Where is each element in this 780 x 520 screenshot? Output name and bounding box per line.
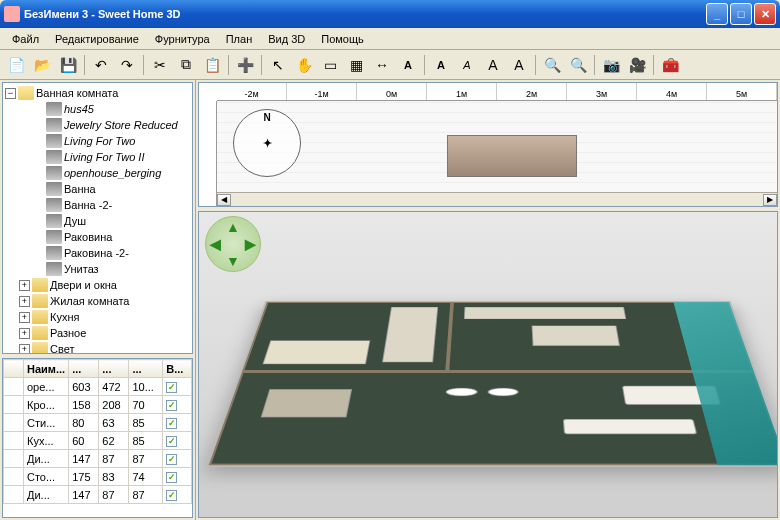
th-c3[interactable]: ... <box>129 360 163 378</box>
increase-size-icon[interactable]: A <box>481 53 505 77</box>
decrease-size-icon[interactable]: A <box>507 53 531 77</box>
bold-icon[interactable]: A <box>429 53 453 77</box>
3d-floor <box>206 301 778 467</box>
compass-icon[interactable]: ✦ <box>233 109 301 177</box>
zoom-out-icon[interactable]: 🔍 <box>566 53 590 77</box>
text-icon[interactable]: A <box>396 53 420 77</box>
kitchen-island <box>531 326 620 346</box>
3d-view[interactable]: ▲ ▼ ◀ ▶ <box>198 211 778 518</box>
menu-plan[interactable]: План <box>218 31 261 47</box>
checkbox-icon[interactable]: ✓ <box>166 436 177 447</box>
checkbox-icon[interactable]: ✓ <box>166 472 177 483</box>
tree-item[interactable]: Унитаз <box>5 261 190 277</box>
table-row[interactable]: Сти...806385✓ <box>4 414 192 432</box>
tree-item[interactable]: Ванна <box>5 181 190 197</box>
tree-item[interactable]: Душ <box>5 213 190 229</box>
th-c1[interactable]: ... <box>69 360 99 378</box>
app-icon <box>4 6 20 22</box>
room-icon[interactable]: ▦ <box>344 53 368 77</box>
furniture-tree[interactable]: −Ванная комната hus45Jewelry Store Reduc… <box>2 82 193 354</box>
tree-category[interactable]: +Жилая комната <box>5 293 190 309</box>
sofa <box>563 419 697 434</box>
table-row[interactable]: Кро...15820870✓ <box>4 396 192 414</box>
tree-item[interactable]: hus45 <box>5 101 190 117</box>
tree-category[interactable]: +Кухня <box>5 309 190 325</box>
nav-up-icon[interactable]: ▲ <box>226 219 240 235</box>
sink <box>487 387 519 396</box>
plan-hscrollbar[interactable]: ◀ ▶ <box>217 192 777 206</box>
paste-icon[interactable]: 📋 <box>200 53 224 77</box>
scroll-right-icon[interactable]: ▶ <box>763 194 777 206</box>
checkbox-icon[interactable]: ✓ <box>166 418 177 429</box>
tree-category[interactable]: +Двери и окна <box>5 277 190 293</box>
furniture-table[interactable]: Наим... ... ... ... В... оре...60347210.… <box>2 358 193 518</box>
menu-help[interactable]: Помощь <box>313 31 372 47</box>
plan-view[interactable]: -2м-1м0м1м2м3м4м5м ✦ ◀ ▶ <box>198 82 778 207</box>
italic-icon[interactable]: A <box>455 53 479 77</box>
add-furniture-icon[interactable]: ➕ <box>233 53 257 77</box>
menubar: Файл Редактирование Фурнитура План Вид 3… <box>0 28 780 50</box>
room <box>209 371 778 465</box>
plan-canvas[interactable]: ✦ <box>217 101 777 192</box>
ruler-vertical <box>199 101 217 206</box>
new-icon[interactable]: 📄 <box>4 53 28 77</box>
redo-icon[interactable]: ↷ <box>115 53 139 77</box>
nav-left-icon[interactable]: ◀ <box>210 236 221 252</box>
menu-edit[interactable]: Редактирование <box>47 31 147 47</box>
table-row[interactable]: Сто...1758374✓ <box>4 468 192 486</box>
th-c2[interactable]: ... <box>99 360 129 378</box>
wardrobe <box>382 307 439 363</box>
tree-item[interactable]: Раковина <box>5 229 190 245</box>
sink <box>445 387 477 396</box>
titlebar: БезИмени 3 - Sweet Home 3D _ □ ✕ <box>0 0 780 28</box>
bed <box>263 340 371 364</box>
copy-icon[interactable]: ⧉ <box>174 53 198 77</box>
preferences-icon[interactable]: 🧰 <box>658 53 682 77</box>
maximize-button[interactable]: □ <box>730 3 752 25</box>
tree-item[interactable]: openhouse_berging <box>5 165 190 181</box>
tree-category[interactable]: +Свет <box>5 341 190 354</box>
tree-category[interactable]: +Разное <box>5 325 190 341</box>
nav-right-icon[interactable]: ▶ <box>245 236 256 252</box>
kitchen-counter <box>464 307 627 319</box>
nav-down-icon[interactable]: ▼ <box>226 253 240 269</box>
cut-icon[interactable]: ✂ <box>148 53 172 77</box>
table-row[interactable]: Ди...1478787✓ <box>4 486 192 504</box>
menu-file[interactable]: Файл <box>4 31 47 47</box>
3d-nav-widget[interactable]: ▲ ▼ ◀ ▶ <box>205 216 261 272</box>
tree-root[interactable]: −Ванная комната <box>5 85 190 101</box>
save-icon[interactable]: 💾 <box>56 53 80 77</box>
checkbox-icon[interactable]: ✓ <box>166 382 177 393</box>
photo-icon[interactable]: 📷 <box>599 53 623 77</box>
checkbox-icon[interactable]: ✓ <box>166 454 177 465</box>
window-title: БезИмени 3 - Sweet Home 3D <box>24 8 706 20</box>
tree-item[interactable]: Living For Two II <box>5 149 190 165</box>
checkbox-icon[interactable]: ✓ <box>166 400 177 411</box>
th-name[interactable]: Наим... <box>24 360 69 378</box>
table-row[interactable]: Ди...1478787✓ <box>4 450 192 468</box>
undo-icon[interactable]: ↶ <box>89 53 113 77</box>
checkbox-icon[interactable]: ✓ <box>166 490 177 501</box>
open-icon[interactable]: 📂 <box>30 53 54 77</box>
wall-icon[interactable]: ▭ <box>318 53 342 77</box>
zoom-in-icon[interactable]: 🔍 <box>540 53 564 77</box>
minimize-button[interactable]: _ <box>706 3 728 25</box>
pan-icon[interactable]: ✋ <box>292 53 316 77</box>
select-icon[interactable]: ↖ <box>266 53 290 77</box>
menu-furniture[interactable]: Фурнитура <box>147 31 218 47</box>
close-button[interactable]: ✕ <box>754 3 776 25</box>
table-row[interactable]: оре...60347210...✓ <box>4 378 192 396</box>
room <box>242 302 452 371</box>
th-icon[interactable] <box>4 360 24 378</box>
ruler-horizontal: -2м-1м0м1м2м3м4м5м <box>217 83 777 101</box>
menu-3dview[interactable]: Вид 3D <box>260 31 313 47</box>
scroll-left-icon[interactable]: ◀ <box>217 194 231 206</box>
dimension-icon[interactable]: ↔ <box>370 53 394 77</box>
tree-item[interactable]: Jewelry Store Reduced <box>5 117 190 133</box>
tree-item[interactable]: Ванна -2- <box>5 197 190 213</box>
tree-item[interactable]: Раковина -2- <box>5 245 190 261</box>
table-row[interactable]: Кух...606285✓ <box>4 432 192 450</box>
tree-item[interactable]: Living For Two <box>5 133 190 149</box>
th-vis[interactable]: В... <box>163 360 192 378</box>
video-icon[interactable]: 🎥 <box>625 53 649 77</box>
